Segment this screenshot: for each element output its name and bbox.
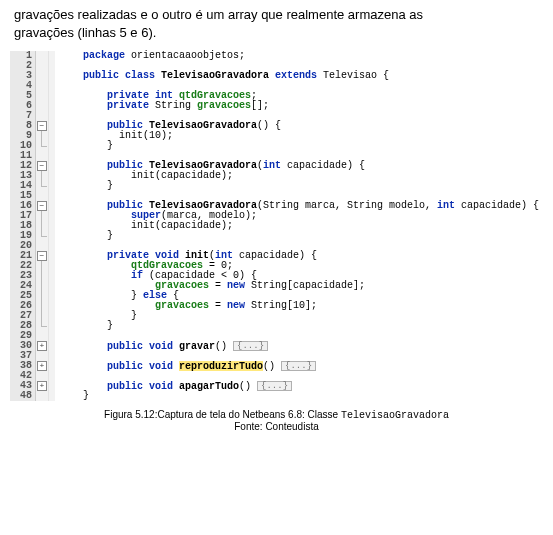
fold-toggle-icon[interactable]: −: [37, 251, 47, 261]
method-name-highlighted: reproduzirTudo: [179, 361, 263, 372]
code-text: }: [55, 321, 547, 331]
code-token: =: [209, 280, 227, 291]
code-line: 14 }: [10, 181, 547, 191]
code-token: init(: [119, 130, 149, 141]
line-number: 3: [10, 71, 36, 81]
fold-gutter[interactable]: −: [36, 121, 49, 131]
fold-toggle-icon[interactable]: +: [37, 361, 47, 371]
folded-block[interactable]: {...}: [281, 361, 316, 371]
code-token: [];: [251, 100, 269, 111]
keyword-extends: extends: [275, 70, 317, 81]
code-text: }: [55, 311, 547, 321]
code-text: public void gravar() {...}: [55, 341, 547, 351]
caption-classname: TelevisaoGravadora: [341, 410, 449, 421]
code-token: Televisao {: [317, 70, 389, 81]
code-text: }: [55, 141, 547, 151]
brace-close: }: [107, 320, 113, 331]
code-line: 28 }: [10, 321, 547, 331]
brace-close: }: [83, 390, 89, 401]
fold-gutter: [36, 61, 49, 71]
line-number: 2: [10, 61, 36, 71]
class-name: TelevisaoGravadora: [161, 70, 269, 81]
code-line: 43 + public void apagarTudo() {...}: [10, 381, 547, 391]
code-token: init(capacidade);: [131, 170, 233, 181]
code-line: 1 package orientacaaoobjetos;: [10, 51, 547, 61]
line-number: 1: [10, 51, 36, 61]
fold-toggle-icon[interactable]: −: [37, 161, 47, 171]
brace-close: }: [131, 310, 137, 321]
code-text: }: [55, 391, 547, 401]
code-token: () {: [257, 120, 281, 131]
fold-gutter[interactable]: +: [36, 381, 49, 391]
line-number: 8: [10, 121, 36, 131]
code-line: 37: [10, 351, 547, 361]
line-number: 6: [10, 101, 36, 111]
code-token: orientacaaoobjetos;: [125, 50, 245, 61]
code-line: 42: [10, 371, 547, 381]
code-line: 38 + public void reproduzirTudo() {...}: [10, 361, 547, 371]
fold-gutter[interactable]: −: [36, 251, 49, 261]
line-number: 4: [10, 81, 36, 91]
figure-caption: Figura 5.12:Captura de tela do Netbeans …: [0, 409, 553, 421]
code-line: 10 }: [10, 141, 547, 151]
line-number: 5: [10, 91, 36, 101]
code-token: (): [263, 361, 281, 372]
code-token: String: [149, 100, 197, 111]
fold-gutter[interactable]: +: [36, 361, 49, 371]
field-gravacoes: gravacoes: [155, 300, 209, 311]
number-literal: 10: [149, 130, 161, 141]
field-gravacoes: gravacoes: [197, 100, 251, 111]
keyword-public-void: public void: [107, 341, 179, 352]
keyword-int: int: [263, 160, 281, 171]
keyword-package: package: [83, 50, 125, 61]
code-token: (): [239, 381, 257, 392]
code-line: 30 + public void gravar() {...}: [10, 341, 547, 351]
code-line: 29: [10, 331, 547, 341]
figure-caption-source: Fonte: Conteudista: [0, 421, 553, 432]
code-line: 48 }: [10, 391, 547, 401]
code-token: (): [215, 341, 233, 352]
code-text: public void apagarTudo() {...}: [55, 381, 547, 391]
fold-gutter[interactable]: +: [36, 341, 49, 351]
fold-toggle-icon[interactable]: +: [37, 381, 47, 391]
keyword-public-void: public void: [107, 361, 179, 372]
fold-toggle-icon[interactable]: +: [37, 341, 47, 351]
code-token: capacidade) {: [233, 250, 317, 261]
brace-close: }: [107, 140, 113, 151]
intro-line1: gravações realizadas e o outro é um arra…: [14, 7, 423, 22]
code-text: init(capacidade);: [55, 221, 547, 231]
fold-gutter[interactable]: −: [36, 161, 49, 171]
code-text: package orientacaaoobjetos;: [55, 51, 547, 61]
keyword-int: int: [437, 200, 455, 211]
folded-block[interactable]: {...}: [233, 341, 268, 351]
code-line: 6 private String gravacoes[];: [10, 101, 547, 111]
code-token: ];: [305, 300, 317, 311]
method-name: gravar: [179, 341, 215, 352]
code-line: 19 }: [10, 231, 547, 241]
code-token: String[capacidade];: [245, 280, 365, 291]
code-text: }: [55, 231, 547, 241]
line-number: 7: [10, 111, 36, 121]
brace-close: }: [107, 230, 113, 241]
code-text: private String gravacoes[];: [55, 101, 547, 111]
code-text: init(capacidade);: [55, 171, 547, 181]
code-text: public void reproduzirTudo() {...}: [55, 361, 547, 371]
number-literal: 10: [293, 300, 305, 311]
code-editor-panel: 1 package orientacaaoobjetos; 2 3 public…: [10, 51, 547, 401]
intro-line2: gravações (linhas 5 e 6).: [14, 25, 156, 40]
code-token: (String marca, String modelo,: [257, 200, 437, 211]
intro-paragraph: gravações realizadas e o outro é um arra…: [0, 0, 553, 49]
code-text: public class TelevisaoGravadora extends …: [55, 71, 547, 81]
method-name: apagarTudo: [179, 381, 239, 392]
keyword-public-class: public class: [83, 70, 161, 81]
caption-text: Figura 5.12:Captura de tela do Netbeans …: [104, 409, 341, 420]
code-token: capacidade) {: [455, 200, 539, 211]
fold-toggle-icon[interactable]: −: [37, 121, 47, 131]
brace-close: }: [107, 180, 113, 191]
keyword-new: new: [227, 300, 245, 311]
fold-toggle-icon[interactable]: −: [37, 201, 47, 211]
keyword-new: new: [227, 280, 245, 291]
fold-gutter[interactable]: −: [36, 201, 49, 211]
keyword-private: private: [107, 100, 149, 111]
folded-block[interactable]: {...}: [257, 381, 292, 391]
